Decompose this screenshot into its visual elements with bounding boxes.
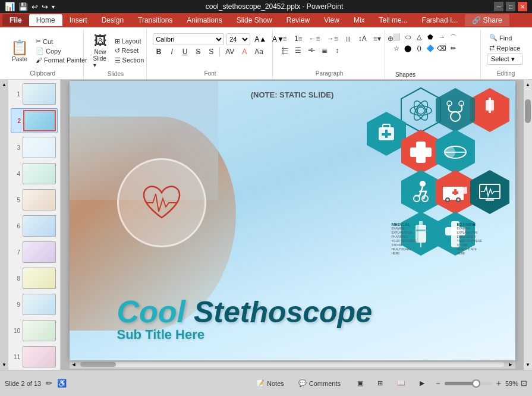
- slide-thumb-4[interactable]: 4: [11, 162, 58, 186]
- tab-tellme[interactable]: Tell me...: [372, 14, 415, 26]
- numbering-button[interactable]: 1≡: [291, 33, 306, 44]
- view-sorter-button[interactable]: ⊞: [373, 377, 388, 389]
- tab-file[interactable]: File: [2, 14, 29, 26]
- accessibility-icon[interactable]: ♿: [57, 379, 67, 388]
- char-spacing-button[interactable]: AV: [222, 46, 237, 57]
- tab-home[interactable]: Home: [29, 14, 62, 26]
- cut-button[interactable]: ✂ Cut: [33, 37, 90, 46]
- slide-thumb-1[interactable]: 1: [11, 82, 58, 106]
- quick-access-redo[interactable]: ↪: [42, 2, 48, 11]
- close-button[interactable]: ✕: [518, 2, 527, 11]
- columns-button[interactable]: ⫼: [342, 33, 355, 44]
- font-color-button[interactable]: A: [238, 46, 250, 57]
- strikethrough-button[interactable]: S: [192, 46, 204, 57]
- view-slideshow-button[interactable]: ▶: [415, 377, 429, 389]
- shape-4[interactable]: ⬟: [425, 33, 436, 44]
- shape-8[interactable]: ⬤: [402, 45, 413, 55]
- scroll-right-button[interactable]: ►: [506, 362, 515, 367]
- line-spacing-button[interactable]: ↕: [331, 45, 343, 56]
- find-button[interactable]: 🔍 Find: [487, 33, 522, 42]
- slide-thumb-9[interactable]: 9: [11, 293, 58, 316]
- quick-access-save[interactable]: 💾: [18, 2, 28, 11]
- align-center-button[interactable]: ☰: [292, 45, 304, 56]
- slide-thumb-11[interactable]: 11: [11, 345, 58, 369]
- view-normal-button[interactable]: ▣: [352, 377, 368, 389]
- layout-button[interactable]: ⊞ Layout: [112, 37, 147, 46]
- shape-6[interactable]: ⌒: [448, 33, 458, 44]
- maximize-button[interactable]: □: [506, 2, 515, 11]
- tab-share[interactable]: 🔗 Share: [465, 14, 509, 26]
- shape-11[interactable]: ⌫: [436, 45, 447, 55]
- section-button[interactable]: ☰ Section: [112, 56, 147, 65]
- tab-mix[interactable]: Mix: [347, 14, 372, 26]
- copy-button[interactable]: 📄 Copy: [33, 46, 90, 55]
- decrease-indent-button[interactable]: ←≡: [306, 33, 323, 44]
- underline-button[interactable]: U: [179, 46, 191, 57]
- change-case-button[interactable]: Aa: [251, 46, 266, 57]
- zoom-slider[interactable]: [445, 382, 492, 385]
- align-text-button[interactable]: ≡▾: [370, 33, 384, 44]
- scroll-right-down[interactable]: ▼: [525, 362, 530, 367]
- slide-thumb-8[interactable]: 8: [11, 266, 58, 290]
- shape-1[interactable]: ⬜: [391, 33, 402, 44]
- format-painter-button[interactable]: 🖌 Format Painter: [33, 56, 90, 64]
- minimize-button[interactable]: ─: [494, 2, 503, 11]
- increase-font-button[interactable]: A▲: [253, 34, 268, 44]
- tab-insert[interactable]: Insert: [62, 14, 95, 26]
- align-right-button[interactable]: ⬲: [305, 45, 318, 56]
- scroll-left-button[interactable]: ◄: [70, 362, 78, 367]
- scroll-right-up[interactable]: ▲: [525, 82, 530, 87]
- tab-review[interactable]: Review: [279, 14, 317, 26]
- shadow-button[interactable]: S: [205, 46, 217, 57]
- fit-slide-button[interactable]: ⊡: [521, 379, 527, 388]
- zoom-in-button[interactable]: ＋: [495, 378, 503, 389]
- align-left-button[interactable]: ⬱: [279, 45, 291, 56]
- justify-button[interactable]: ≣: [319, 45, 330, 56]
- select-button[interactable]: Select ▾: [487, 54, 522, 65]
- replace-button[interactable]: ⇄ Replace: [487, 43, 522, 52]
- slide-thumb-3[interactable]: 3: [11, 136, 58, 159]
- slide-thumb-7[interactable]: 7: [11, 240, 58, 264]
- tab-transitions[interactable]: Transitions: [131, 14, 180, 26]
- shape-5[interactable]: →: [436, 33, 447, 44]
- slide-thumb-10[interactable]: 10: [11, 319, 58, 342]
- scroll-up-button[interactable]: ▲: [2, 82, 7, 87]
- increase-indent-button[interactable]: →≡: [324, 33, 341, 44]
- shape-3[interactable]: △: [414, 33, 424, 44]
- reset-button[interactable]: ↺ Reset: [112, 46, 147, 55]
- tab-animations[interactable]: Animations: [180, 14, 229, 26]
- zoom-thumb[interactable]: [472, 379, 480, 388]
- tab-view[interactable]: View: [317, 14, 347, 26]
- comments-button[interactable]: 💬 Comments: [294, 377, 345, 389]
- slide-thumb-5[interactable]: 5: [11, 188, 58, 212]
- scroll-thumb-v[interactable]: [525, 99, 531, 123]
- slide-thumb-2[interactable]: 2: [11, 108, 58, 133]
- tab-slideshow[interactable]: Slide Show: [229, 14, 279, 26]
- slide-canvas[interactable]: (NOTE: STATIC SLIDE) +: [70, 81, 515, 360]
- bold-button[interactable]: B: [153, 46, 165, 57]
- italic-button[interactable]: I: [166, 46, 178, 57]
- view-reading-button[interactable]: 📖: [392, 377, 410, 389]
- bottom-scrollbar[interactable]: ◄ ►: [70, 360, 515, 369]
- quick-access-undo[interactable]: ↩: [32, 2, 38, 11]
- shape-9[interactable]: ⟨⟩: [414, 45, 424, 55]
- slide-thumb-6[interactable]: 6: [11, 214, 58, 238]
- tab-design[interactable]: Design: [95, 14, 131, 26]
- bullets-button[interactable]: ≡: [279, 33, 291, 44]
- font-size-select[interactable]: 24: [226, 33, 250, 45]
- scroll-down-button[interactable]: ▼: [2, 362, 7, 367]
- new-slide-button[interactable]: 🖼 New Slide ▾: [90, 31, 111, 71]
- zoom-out-button[interactable]: －: [434, 378, 442, 389]
- shape-7[interactable]: ☆: [391, 45, 402, 55]
- text-direction-button[interactable]: ↕A: [355, 33, 370, 44]
- notes-button[interactable]: 📝 Notes: [251, 377, 289, 389]
- font-family-select[interactable]: Calibri: [153, 33, 224, 45]
- paste-button[interactable]: 📋 Paste: [7, 37, 32, 65]
- shape-10[interactable]: 🔷: [425, 45, 436, 55]
- tab-user[interactable]: Farshad I...: [415, 14, 465, 26]
- shape-2[interactable]: ⬭: [402, 33, 413, 44]
- shape-12[interactable]: ✏: [448, 45, 458, 55]
- slide-content-area[interactable]: (NOTE: STATIC SLIDE) +: [61, 80, 524, 370]
- quick-access-customize[interactable]: ▾: [52, 4, 55, 10]
- shapes-button[interactable]: Shapes: [391, 69, 420, 80]
